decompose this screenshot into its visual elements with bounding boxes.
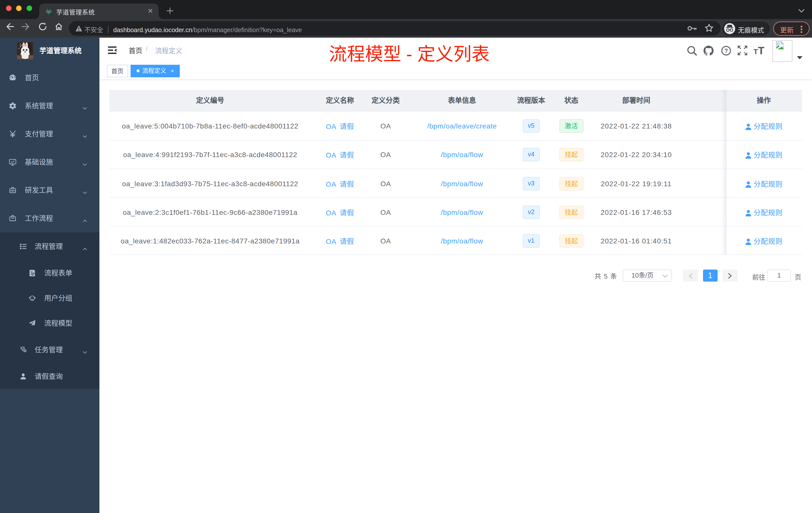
svg-text:?: ? bbox=[724, 48, 728, 54]
